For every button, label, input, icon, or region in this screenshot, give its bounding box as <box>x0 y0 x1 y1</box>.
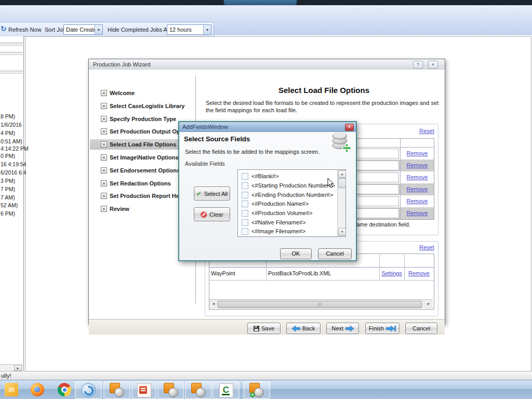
field-list-item[interactable]: <#Production Name#> <box>240 200 334 208</box>
checkbox[interactable] <box>242 210 248 217</box>
checkbox[interactable] <box>242 173 248 180</box>
remove-link[interactable]: Remove <box>407 210 428 216</box>
hide-completed-value: 12 hours <box>167 26 203 33</box>
remove-link[interactable]: Remove <box>408 270 430 276</box>
checkbox[interactable] <box>242 201 248 207</box>
messenger-icon[interactable] <box>75 381 102 399</box>
step-label: Select CaseLogistix Library <box>110 101 184 111</box>
job-timestamp: 16 4:19:54 <box>1 160 32 168</box>
job-timestamp: 0 PM) <box>1 152 32 160</box>
reset-link[interactable]: Reset <box>419 244 434 250</box>
chevron-down-icon[interactable]: ▾ <box>203 25 211 34</box>
jobs-list-panel: 8 PM) 1/6/2016 4 PM) 0:51 AM) 4:14:22 PM… <box>0 36 24 370</box>
powerpoint-icon[interactable] <box>131 381 156 399</box>
remove-link[interactable]: Remove <box>407 174 428 180</box>
clear-button[interactable]: Clear <box>194 207 230 221</box>
checkbox[interactable] <box>242 228 248 235</box>
remove-link[interactable]: Remove <box>407 150 428 156</box>
field-list-item[interactable]: <#Native Filename#> <box>240 218 334 227</box>
step-label: Specify Production Type <box>110 114 176 124</box>
list-separator <box>0 52 23 55</box>
load-files-table: WayPoint PostBackToProdLib.XML Settings … <box>209 254 434 310</box>
back-button[interactable]: Back <box>286 323 321 334</box>
settings-link[interactable]: Settings <box>381 270 402 276</box>
refresh-now-button[interactable]: Refresh Now <box>8 26 42 33</box>
modal-heading: Select Source Fields <box>184 135 250 143</box>
select-all-button[interactable]: ✔ Select All <box>194 187 230 201</box>
scroll-up-icon[interactable]: ▲ <box>338 170 346 178</box>
sort-jobs-value: Date Created <box>64 26 95 33</box>
app-sphere-icon[interactable] <box>185 381 212 399</box>
outlook-icon[interactable]: ✉ <box>1 381 22 398</box>
field-label: <#Blank#> <box>251 172 279 180</box>
remove-link[interactable]: Remove <box>407 186 428 192</box>
finish-label: Finish <box>369 325 384 331</box>
job-timestamp: 52 AM) <box>1 201 32 209</box>
chevron-down-icon[interactable]: ▾ <box>95 25 102 34</box>
step-checkbox-icon <box>101 206 107 212</box>
checkbox[interactable] <box>242 192 248 198</box>
reset-link[interactable]: Reset <box>419 128 434 134</box>
close-button[interactable]: × <box>428 61 438 69</box>
save-button[interactable]: Save <box>247 323 281 334</box>
vertical-scrollbar[interactable]: ▲ ▼ <box>337 170 345 236</box>
remove-link[interactable]: Remove <box>407 162 428 168</box>
scrollbar-thumb[interactable] <box>338 178 346 188</box>
remove-link[interactable]: Remove <box>407 198 428 204</box>
step-label: Welcome <box>110 88 135 98</box>
scroll-right-icon[interactable]: ► <box>14 365 22 371</box>
scrollbar-thumb[interactable] <box>218 301 422 308</box>
horizontal-scrollbar[interactable]: ◄ ► <box>209 299 433 309</box>
wizard-step-select-library[interactable]: Select CaseLogistix Library <box>90 101 194 111</box>
field-label: <#Ending Production Number#> <box>251 191 333 199</box>
field-list-item[interactable]: <#Starting Production Number#> <box>240 181 334 190</box>
field-list-item[interactable]: <#Ending Production Number#> <box>240 191 334 199</box>
step-label: Select Load File Options <box>110 139 176 150</box>
job-timestamp: 6/2016 6:4 <box>1 168 32 177</box>
checkbox[interactable] <box>242 219 248 226</box>
step-checkbox-icon <box>101 154 107 161</box>
firefox-icon[interactable] <box>27 381 48 398</box>
refresh-icon[interactable]: ↻ <box>1 24 7 33</box>
wizard-title: Production Job Wizard <box>93 59 151 70</box>
wizard-titlebar[interactable]: Production Job Wizard ? × <box>89 59 445 70</box>
step-checkbox-icon <box>101 193 107 199</box>
job-timestamp: 7 AM) <box>1 193 32 202</box>
cancel-button[interactable]: Cancel <box>405 323 437 334</box>
taskbar: ✉ C + <box>0 380 532 399</box>
scroll-down-icon[interactable]: ▼ <box>338 228 346 236</box>
wizard-step-welcome[interactable]: Welcome <box>90 88 194 98</box>
checkbox[interactable] <box>242 182 248 189</box>
hide-completed-dropdown[interactable]: 12 hours ▾ <box>167 24 211 35</box>
caselogistix-icon[interactable]: C <box>212 381 240 399</box>
scroll-left-icon[interactable]: ◄ <box>210 300 217 308</box>
sort-jobs-dropdown[interactable]: Date Created ▾ <box>63 24 103 35</box>
chrome-icon[interactable] <box>54 381 75 398</box>
field-list-item[interactable]: <#Production Volume#> <box>240 209 334 217</box>
modal-cancel-button[interactable]: Cancel <box>318 248 352 259</box>
app-sphere-icon[interactable] <box>103 381 130 399</box>
field-list-item[interactable]: <#Image Filename#> <box>240 227 334 235</box>
app-sphere-plus-icon[interactable]: + <box>243 381 270 399</box>
finish-button[interactable]: Finish <box>365 323 400 334</box>
modal-titlebar[interactable]: AddFieldsWindow × <box>179 122 356 132</box>
status-bar: ully! <box>0 371 532 380</box>
help-button[interactable]: ? <box>413 61 423 69</box>
page-title: Select Load File Options <box>206 86 442 95</box>
close-icon[interactable]: × <box>345 124 354 131</box>
mouse-cursor <box>327 178 335 189</box>
save-label: Save <box>261 325 274 331</box>
field-list-item[interactable]: <#Blank#> <box>240 172 334 180</box>
step-label: Set Image\Native Options <box>110 152 179 163</box>
jobs-toolbar: ↻ Refresh Now Sort Jobs by: Date Created… <box>0 5 532 35</box>
panel-scrollbar[interactable]: ► <box>0 364 23 371</box>
step-checkbox-icon <box>101 167 107 174</box>
scroll-right-icon[interactable]: ► <box>425 300 432 308</box>
step-checkbox-icon <box>101 90 107 96</box>
next-button[interactable]: Next <box>326 323 359 334</box>
cancel-label: Cancel <box>413 325 430 331</box>
mapping-note-text: ame destination field. <box>356 221 410 228</box>
app-sphere-icon[interactable] <box>157 381 184 399</box>
load-file-type: WayPoint <box>211 267 235 280</box>
ok-button[interactable]: OK <box>280 248 312 259</box>
